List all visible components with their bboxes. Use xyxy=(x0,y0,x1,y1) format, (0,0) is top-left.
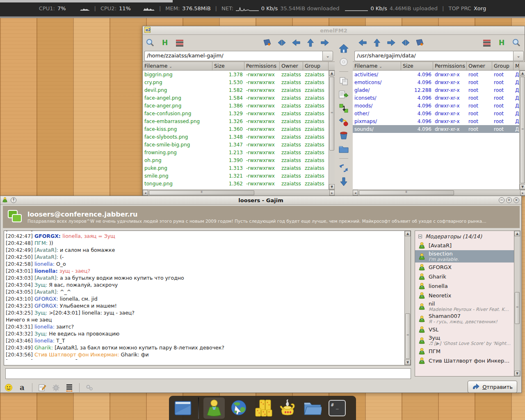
find-icon[interactable] xyxy=(511,38,521,48)
download-icon[interactable] xyxy=(338,176,349,187)
scroll-down-button[interactable]: ▼ xyxy=(405,360,411,365)
window-icon[interactable] xyxy=(172,397,194,419)
filters-icon[interactable] xyxy=(482,38,492,48)
roster-member[interactable]: Shaman007Я - гусь, лжец, девственник! xyxy=(415,313,514,325)
column-header-filename[interactable]: Filename ⌄ xyxy=(353,62,401,70)
right-vertical-scrollbar[interactable]: ▲ ≡ ▼ xyxy=(519,71,525,189)
teapot-icon[interactable] xyxy=(277,397,299,419)
column-header-м[interactable]: М xyxy=(514,62,519,70)
close-button[interactable]: × xyxy=(514,197,519,203)
table-row[interactable]: sounds/4.096drwxr-xr-xrootrootД xyxy=(353,125,519,133)
scroll-up-button[interactable]: ▲ xyxy=(405,231,411,236)
scroll-down-button[interactable]: ▼ xyxy=(514,371,520,376)
folder-icon[interactable] xyxy=(338,144,349,154)
swap-panes-icon[interactable] xyxy=(277,38,287,48)
settings-icon[interactable] xyxy=(51,383,61,393)
trash-icon[interactable] xyxy=(338,130,349,141)
minimize-button[interactable]: − xyxy=(499,197,504,203)
right-path-dropdown-button[interactable]: ⌄ xyxy=(513,51,524,61)
scroll-down-button[interactable]: ▼ xyxy=(520,184,525,189)
roster-group-header[interactable]: Модераторы (14/14) xyxy=(415,232,514,241)
table-row[interactable]: pixmaps/4.096drwxr-xr-xrootrootД xyxy=(353,117,519,125)
actions-icon[interactable] xyxy=(64,383,74,393)
maximize-button[interactable]: + xyxy=(506,197,512,203)
emelfm2-titlebar[interactable]: e2 emelFM2 xyxy=(143,26,525,35)
table-row[interactable]: face-smile-big.png1.347-rwxrwxrwxzzaiats… xyxy=(143,141,329,148)
filters-icon[interactable] xyxy=(175,38,185,48)
left-path-input[interactable]: /home/zzaiatss/kamel-gajim/ xyxy=(144,51,322,61)
scroll-left-button[interactable]: ◂ xyxy=(353,190,358,196)
terminal-icon[interactable]: #_ xyxy=(326,397,348,419)
table-row[interactable]: glade/12.288drwxr-xr-xrootrootД xyxy=(353,86,519,94)
folder-blue-icon[interactable] xyxy=(302,397,323,419)
column-header-filename[interactable]: Filename ⌄ xyxy=(143,62,212,70)
table-row[interactable]: iconsets/4.096drwxr-xr-xrootrootД xyxy=(353,94,519,102)
roster-scrollbar[interactable]: ▲ ≡ ▼ xyxy=(514,231,520,376)
back-icon[interactable] xyxy=(358,38,368,48)
hidden-files-icon[interactable]: H xyxy=(160,38,170,48)
column-header-size[interactable]: Size xyxy=(212,62,244,70)
edit-subject-icon[interactable] xyxy=(37,383,47,393)
roster-member[interactable]: ПГМ xyxy=(415,347,514,356)
column-header-owner[interactable]: Owner xyxy=(467,62,492,70)
column-header-group[interactable]: Group xyxy=(303,62,329,70)
roster-member[interactable]: bisectionI'm available. xyxy=(415,250,514,262)
up-icon[interactable] xyxy=(372,38,382,48)
roster-member[interactable]: Neoretix xyxy=(415,291,514,300)
gajim-user-icon[interactable] xyxy=(203,397,225,419)
message-input[interactable] xyxy=(5,368,411,379)
column-header-permissions[interactable]: Permissions xyxy=(244,62,280,70)
table-row[interactable]: cry.png1.530-rwxrwxrwxzzaiatsszzaiatss xyxy=(143,78,329,86)
scroll-right-button[interactable]: ▸ xyxy=(520,190,525,196)
bookmarks-icon[interactable] xyxy=(415,38,425,48)
hidden-files-icon[interactable]: H xyxy=(497,38,507,48)
right-path-input[interactable]: /usr/share/gajim/data/ xyxy=(354,51,513,61)
table-row[interactable]: tongue.png1.362-rwxrwxrwxzzaiatsszzaiats… xyxy=(143,180,329,187)
gajim-titlebar[interactable]: ↑ loosers - Gajim − + × xyxy=(0,196,521,205)
scroll-up-button[interactable]: ▲ xyxy=(520,71,525,76)
table-row[interactable]: smile.png1.321-rwxrwxrwxzzaiatsszzaiatss xyxy=(143,172,329,180)
copy-icon[interactable] xyxy=(338,76,349,87)
table-row[interactable]: face-angel.png1.584-rwxrwxrwxzzaiatsszza… xyxy=(143,94,329,102)
table-row[interactable]: emoticons/4.096drwxr-xr-xrootrootД xyxy=(353,78,519,86)
roster-member[interactable]: nilMadeleine Peyroux - River Feat. K… xyxy=(415,300,514,313)
column-header-size[interactable]: Size xyxy=(401,62,433,70)
column-header-owner[interactable]: Owner xyxy=(280,62,303,70)
plugins-icon[interactable] xyxy=(84,383,94,393)
scroll-right-button[interactable]: ▸ xyxy=(329,190,335,196)
roster-member[interactable]: VSL xyxy=(415,325,514,334)
find-icon[interactable] xyxy=(145,38,155,48)
window-shade-button[interactable]: ↑ xyxy=(11,197,16,203)
cdrom-icon[interactable] xyxy=(338,57,349,67)
home-icon[interactable] xyxy=(338,43,349,54)
back-icon[interactable] xyxy=(291,38,301,48)
table-row[interactable]: frowning.png1.213-rwxrwxrwxzzaiatsszzaia… xyxy=(143,148,329,156)
table-row[interactable]: face-embarrassed.png1.326-rwxrwxrwxzzaia… xyxy=(143,117,329,125)
forward-icon[interactable] xyxy=(320,38,330,48)
rename-icon[interactable] xyxy=(338,116,349,127)
chat-history[interactable]: [20:42:46] ПГМ: монетки[20:42:47] GFORGX… xyxy=(4,231,411,365)
table-row[interactable]: face-anger.png1.386-rwxrwxrwxzzaiatsszza… xyxy=(143,102,329,110)
table-row[interactable]: moods/4.096drwxr-xr-xrootrootД xyxy=(353,102,519,110)
table-row[interactable]: activities/4.096drwxr-xr-xrootrootД xyxy=(353,71,519,78)
refresh-icon[interactable] xyxy=(338,163,349,173)
column-header-permissions[interactable]: Permissions xyxy=(433,62,467,70)
roster-member[interactable]: Зущ♬ [▶] 'Ghost Love Score' by 'Night… xyxy=(415,334,514,347)
scroll-up-button[interactable]: ▲ xyxy=(329,71,335,76)
scroll-up-button[interactable]: ▲ xyxy=(514,231,520,236)
up-icon[interactable] xyxy=(306,38,315,48)
column-header-group[interactable]: Group xyxy=(492,62,514,70)
roster-member[interactable]: [AvataR] xyxy=(415,241,514,250)
swap-panes-icon[interactable] xyxy=(401,38,411,48)
left-horizontal-scrollbar[interactable]: ◂ ≡ ▸ xyxy=(143,189,335,196)
table-row[interactable]: devil.png1.582-rwxrwxrwxzzaiatsszzaiatss xyxy=(143,86,329,94)
chat-scrollbar[interactable]: ▲ ≡ ▼ xyxy=(404,231,411,365)
send-button[interactable]: Отправить xyxy=(468,381,517,393)
right-horizontal-scrollbar[interactable]: ◂ ≡ ▸ xyxy=(353,189,525,196)
formatting-icon[interactable]: a xyxy=(17,383,27,393)
table-row[interactable]: oh.png1.390-rwxrwxrwxzzaiatsszzaiatss xyxy=(143,156,329,164)
left-vertical-scrollbar[interactable]: ▲ ≡ ▼ xyxy=(329,71,335,189)
table-row[interactable]: biggrin.png1.378-rwxrwxrwxzzaiatsszzaiat… xyxy=(143,71,329,78)
roster-member[interactable]: GFORGX xyxy=(415,262,514,272)
forward-icon[interactable] xyxy=(386,38,396,48)
